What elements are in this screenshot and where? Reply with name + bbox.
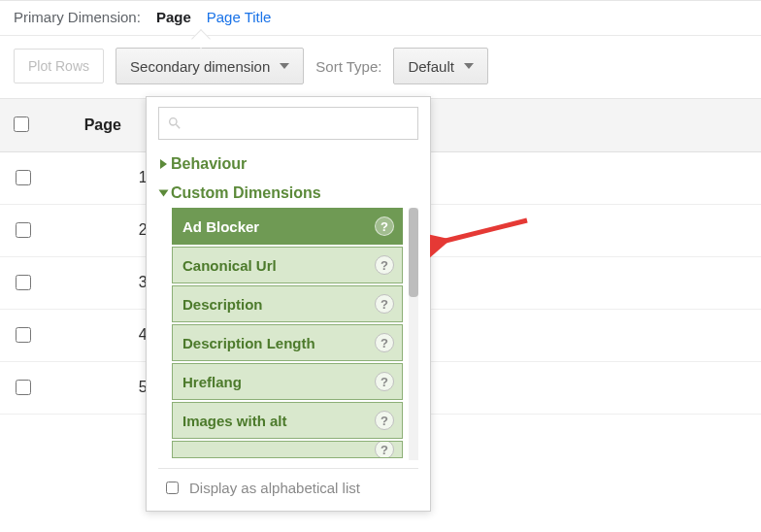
help-icon[interactable]: ? bbox=[375, 441, 394, 458]
caret-down-icon bbox=[280, 63, 289, 69]
dimension-item[interactable]: Images with alt? bbox=[172, 402, 403, 439]
select-all-checkbox[interactable] bbox=[14, 116, 29, 132]
dimension-search bbox=[158, 107, 418, 140]
dimension-item-label: Ad Blocker bbox=[182, 218, 259, 235]
dimension-item[interactable]: Hreflang? bbox=[172, 363, 403, 400]
group-behaviour[interactable]: Behaviour bbox=[158, 150, 418, 179]
dimension-item[interactable]: Description? bbox=[172, 285, 403, 322]
row-index: 5. bbox=[45, 361, 161, 414]
dimension-tree: Behaviour Custom Dimensions Ad Blocker?C… bbox=[158, 150, 418, 460]
triangle-right-icon bbox=[160, 159, 167, 169]
row-checkbox[interactable] bbox=[16, 170, 31, 185]
search-icon bbox=[167, 116, 182, 131]
dimension-item-label: Description Length bbox=[182, 335, 315, 351]
help-icon[interactable]: ? bbox=[375, 411, 394, 430]
primary-dimension-current[interactable]: Page bbox=[156, 9, 191, 25]
row-index: 4. bbox=[45, 309, 161, 361]
group-custom-dimensions-label: Custom Dimensions bbox=[171, 184, 321, 202]
row-checkbox[interactable] bbox=[16, 380, 31, 395]
help-icon[interactable]: ? bbox=[375, 372, 394, 391]
scrollbar-thumb[interactable] bbox=[409, 208, 418, 297]
column-header-checkbox bbox=[0, 99, 45, 151]
primary-dimension-label: Primary Dimension: bbox=[14, 9, 141, 25]
dimension-item-label: Images with alt bbox=[182, 413, 287, 429]
row-index: 3. bbox=[45, 256, 161, 309]
row-checkbox[interactable] bbox=[16, 327, 31, 343]
row-checkbox[interactable] bbox=[16, 275, 31, 290]
dimension-search-input[interactable] bbox=[188, 109, 410, 138]
secondary-dimension-panel: Behaviour Custom Dimensions Ad Blocker?C… bbox=[146, 96, 431, 512]
dimension-item-label: Canonical Url bbox=[182, 257, 277, 274]
primary-dimension-row: Primary Dimension: Page Page Title bbox=[0, 1, 761, 36]
secondary-dimension-button[interactable]: Secondary dimension bbox=[116, 48, 304, 84]
dimension-list: Ad Blocker?Canonical Url?Description?Des… bbox=[172, 208, 418, 460]
triangle-down-icon bbox=[159, 190, 169, 197]
secondary-dimension-button-label: Secondary dimension bbox=[130, 58, 270, 75]
help-icon[interactable]: ? bbox=[375, 294, 394, 314]
dimension-item[interactable]: ? bbox=[172, 441, 403, 458]
group-behaviour-label: Behaviour bbox=[171, 155, 247, 173]
dimension-item[interactable]: Canonical Url? bbox=[172, 247, 403, 283]
sort-type-button[interactable]: Default bbox=[393, 48, 488, 84]
dimension-item[interactable]: Description Length? bbox=[172, 324, 403, 361]
primary-dimension-option-page-title[interactable]: Page Title bbox=[207, 9, 272, 25]
row-checkbox[interactable] bbox=[16, 222, 31, 238]
sort-type-label: Sort Type: bbox=[315, 58, 381, 75]
row-index: 2. bbox=[45, 204, 161, 256]
sort-type-value: Default bbox=[408, 58, 454, 75]
help-icon[interactable]: ? bbox=[375, 216, 394, 236]
alphabetical-label: Display as alphabetical list bbox=[189, 480, 360, 496]
help-icon[interactable]: ? bbox=[375, 255, 394, 275]
plot-rows-button[interactable]: Plot Rows bbox=[14, 49, 104, 83]
row-index: 1. bbox=[45, 151, 161, 204]
caret-down-icon bbox=[464, 63, 474, 69]
panel-footer: Display as alphabetical list bbox=[158, 468, 418, 505]
column-header-page[interactable]: Page bbox=[45, 99, 161, 151]
dimension-item[interactable]: Ad Blocker? bbox=[172, 208, 403, 245]
dimension-item-label: Description bbox=[182, 296, 263, 313]
help-icon[interactable]: ? bbox=[375, 333, 394, 352]
toolbar: Plot Rows Secondary dimension Sort Type:… bbox=[0, 36, 761, 99]
group-custom-dimensions[interactable]: Custom Dimensions bbox=[158, 179, 418, 208]
alphabetical-checkbox[interactable] bbox=[166, 482, 179, 494]
dimension-item-label: Hreflang bbox=[182, 374, 242, 390]
